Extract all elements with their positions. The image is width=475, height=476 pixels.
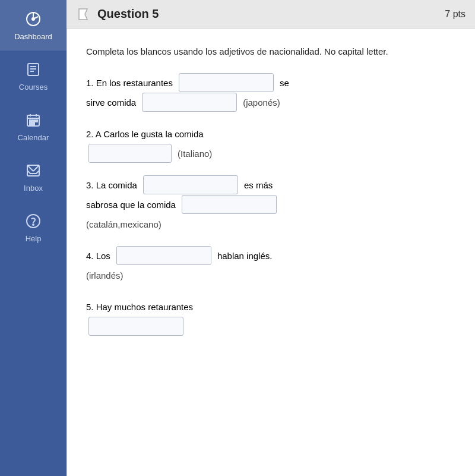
- item3-sabrosa: sabrosa que la comida: [86, 195, 176, 215]
- item4-prefix: 4. Los: [86, 246, 110, 266]
- question-item-2: 2. A Carlos le gusta la comida (Italiano…: [86, 124, 456, 163]
- svg-rect-15: [30, 123, 31, 125]
- item4-mid: hablan inglés.: [217, 246, 273, 266]
- svg-marker-22: [79, 9, 87, 20]
- question-item-4: 4. Los hablan inglés. (irlandés): [86, 246, 456, 285]
- sidebar-label-courses: Courses: [19, 83, 48, 92]
- courses-icon: [24, 60, 43, 79]
- question-item-1: 1. En los restaurantes se sirve comida (…: [86, 73, 456, 112]
- question-points: 7 pts: [445, 9, 466, 20]
- dashboard-icon: [24, 10, 43, 29]
- svg-line-19: [33, 165, 39, 171]
- item1-mid: se: [280, 73, 289, 93]
- item2-hint: (Italiano): [178, 144, 212, 163]
- item5-blank1[interactable]: [88, 317, 183, 336]
- sidebar-label-inbox: Inbox: [24, 184, 43, 193]
- item4-blank1[interactable]: [116, 246, 211, 265]
- svg-rect-13: [33, 120, 34, 122]
- item3-hint: (catalán,mexicano): [86, 219, 162, 229]
- main-content: Question 5 7 pts Completa los blancos us…: [66, 0, 475, 476]
- sidebar-item-courses[interactable]: Courses: [0, 51, 66, 101]
- sidebar-label-calendar: Calendar: [18, 133, 49, 142]
- sidebar-label-help: Help: [26, 234, 42, 243]
- sidebar-label-dashboard: Dashboard: [14, 32, 52, 41]
- inbox-icon: [24, 161, 43, 180]
- item1-blank1[interactable]: [179, 73, 274, 92]
- item5-prefix: 5. Hay muchos retaurantes: [86, 297, 193, 317]
- question-instructions: Completa los blancos usando los adjetivo…: [86, 45, 456, 59]
- question-header: Question 5 7 pts: [66, 0, 475, 29]
- item1-sirve: sirve comida: [86, 93, 136, 112]
- item3-blank2[interactable]: [182, 195, 277, 214]
- flag-icon: [76, 7, 90, 21]
- item2-prefix: 2. A Carlos le gusta la comida: [86, 124, 204, 144]
- item1-hint: (japonés): [243, 93, 280, 112]
- item1-blank2[interactable]: [142, 93, 237, 112]
- item4-hint: (irlandés): [86, 270, 124, 280]
- sidebar-item-help[interactable]: Help: [0, 202, 66, 253]
- question-item-5: 5. Hay muchos retaurantes: [86, 297, 456, 336]
- sidebar-item-calendar[interactable]: Calendar: [0, 101, 66, 152]
- svg-point-21: [33, 224, 34, 225]
- item3-blank1[interactable]: [143, 175, 238, 194]
- item1-prefix: 1. En los restaurantes: [86, 73, 173, 93]
- svg-rect-16: [33, 123, 34, 125]
- svg-point-3: [32, 18, 34, 20]
- svg-rect-12: [30, 120, 31, 122]
- item3-prefix: 3. La comida: [86, 175, 137, 195]
- question-item-3: 3. La comida es más sabrosa que la comid…: [86, 175, 456, 234]
- question-title: Question 5: [97, 7, 438, 21]
- item3-mid: es más: [244, 175, 273, 195]
- svg-rect-14: [36, 120, 37, 122]
- sidebar: Dashboard Courses: [0, 0, 66, 476]
- calendar-icon: [24, 111, 43, 130]
- item2-blank1[interactable]: [88, 144, 172, 163]
- svg-line-18: [27, 165, 33, 171]
- sidebar-item-inbox[interactable]: Inbox: [0, 152, 66, 202]
- help-icon: [24, 212, 43, 231]
- sidebar-item-dashboard[interactable]: Dashboard: [0, 0, 66, 51]
- question-body: Completa los blancos usando los adjetivo…: [66, 29, 475, 476]
